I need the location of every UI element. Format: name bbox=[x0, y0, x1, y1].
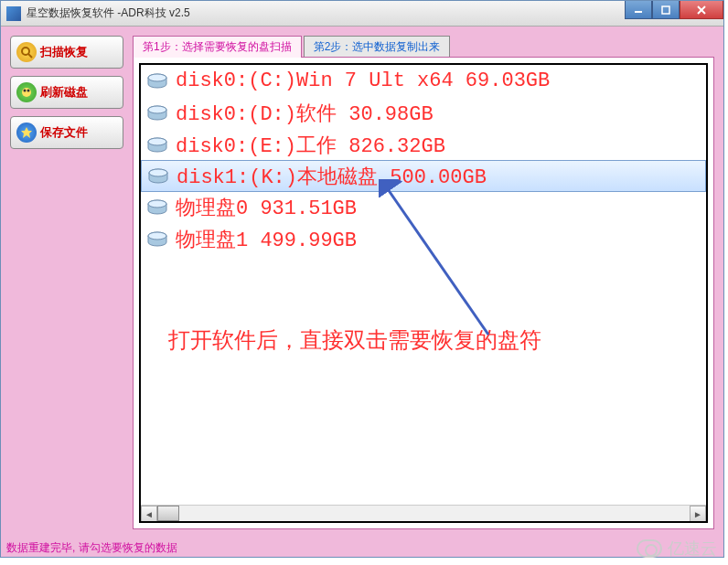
scan-recover-button[interactable]: 扫描恢复 bbox=[10, 36, 123, 69]
svg-point-13 bbox=[148, 106, 166, 113]
watermark: 亿速云 bbox=[637, 538, 717, 560]
disk-icon bbox=[146, 231, 168, 248]
close-icon bbox=[696, 5, 707, 16]
window-title: 星空数据恢复软件 -ADR科技 v2.5 bbox=[27, 5, 190, 21]
tab-step1[interactable]: 第1步：选择需要恢复的盘扫描 bbox=[133, 36, 302, 58]
svg-point-15 bbox=[148, 138, 166, 145]
refresh-label: 刷新磁盘 bbox=[40, 84, 88, 101]
disk-list-inner: disk0:(C:)Win 7 Ult x64 69.03GBdisk0:(D:… bbox=[141, 65, 706, 505]
svg-point-19 bbox=[148, 200, 166, 208]
tab-step2[interactable]: 第2步：选中数据复制出来 bbox=[304, 36, 451, 58]
save-label: 保存文件 bbox=[40, 124, 88, 141]
maximize-icon bbox=[661, 5, 670, 15]
scroll-track[interactable] bbox=[157, 506, 690, 521]
disk-icon bbox=[146, 105, 168, 122]
save-file-button[interactable]: 保存文件 bbox=[10, 116, 123, 149]
disk-item[interactable]: disk0:(D:)软件 30.98GB bbox=[141, 97, 706, 129]
app-icon bbox=[6, 6, 21, 21]
scroll-left-button[interactable]: ◄ bbox=[141, 506, 157, 522]
main-area: 第1步：选择需要恢复的盘扫描 第2步：选中数据复制出来 disk0:(C:)Wi… bbox=[133, 36, 714, 529]
svg-point-11 bbox=[148, 74, 166, 81]
maximize-button[interactable] bbox=[652, 1, 680, 19]
app-window: 星空数据恢复软件 -ADR科技 v2.5 扫描恢复 bbox=[0, 0, 724, 558]
disk-item[interactable]: 物理盘0 931.51GB bbox=[141, 191, 706, 223]
svg-point-17 bbox=[149, 169, 167, 176]
svg-point-8 bbox=[27, 90, 30, 92]
svg-line-5 bbox=[28, 54, 32, 58]
disk-item[interactable]: disk1:(K:)本地磁盘 500.00GB bbox=[141, 160, 706, 192]
tabs: 第1步：选择需要恢复的盘扫描 第2步：选中数据复制出来 bbox=[133, 36, 714, 58]
cloud-icon bbox=[637, 539, 662, 558]
close-button[interactable] bbox=[680, 1, 723, 19]
disk-item[interactable]: disk0:(C:)Win 7 Ult x64 69.03GB bbox=[141, 65, 706, 97]
svg-point-4 bbox=[22, 48, 29, 55]
disk-item[interactable]: disk0:(E:)工作 826.32GB bbox=[141, 129, 706, 161]
refresh-icon bbox=[16, 82, 37, 102]
svg-point-21 bbox=[148, 232, 166, 240]
minimize-button[interactable] bbox=[625, 1, 652, 19]
disk-label: 物理盘0 931.51GB bbox=[176, 194, 357, 221]
window-controls bbox=[625, 1, 723, 19]
disk-label: disk1:(K:)本地磁盘 500.00GB bbox=[177, 163, 487, 190]
disk-label: disk0:(C:)Win 7 Ult x64 69.03GB bbox=[176, 69, 550, 92]
disk-label: disk0:(D:)软件 30.98GB bbox=[176, 100, 434, 127]
scroll-thumb[interactable] bbox=[157, 506, 179, 521]
watermark-text: 亿速云 bbox=[668, 538, 717, 560]
sidebar: 扫描恢复 刷新磁盘 保存文件 bbox=[10, 36, 123, 529]
svg-rect-1 bbox=[662, 6, 669, 14]
svg-point-7 bbox=[24, 90, 27, 92]
svg-marker-9 bbox=[21, 127, 32, 138]
svg-point-6 bbox=[22, 88, 31, 97]
disk-icon bbox=[147, 168, 169, 185]
disk-icon bbox=[146, 199, 168, 216]
star-icon bbox=[16, 123, 37, 143]
refresh-disk-button[interactable]: 刷新磁盘 bbox=[10, 76, 123, 109]
scroll-right-button[interactable]: ► bbox=[690, 506, 706, 522]
client-area: 扫描恢复 刷新磁盘 保存文件 第1步：选择需要恢复的盘扫描 第2步：选中数据复制… bbox=[1, 27, 723, 538]
disk-icon bbox=[146, 73, 168, 90]
scan-label: 扫描恢复 bbox=[40, 44, 88, 60]
magnifier-icon bbox=[16, 42, 37, 62]
minimize-icon bbox=[634, 5, 643, 15]
annotation-text: 打开软件后，直接双击需要恢复的盘符 bbox=[168, 325, 541, 355]
titlebar: 星空数据恢复软件 -ADR科技 v2.5 bbox=[1, 1, 723, 27]
tab-panel: disk0:(C:)Win 7 Ult x64 69.03GBdisk0:(D:… bbox=[133, 57, 714, 529]
disk-item[interactable]: 物理盘1 499.99GB bbox=[141, 223, 706, 255]
status-bar: 数据重建完毕, 请勾选要恢复的数据 bbox=[1, 538, 723, 557]
disk-label: 物理盘1 499.99GB bbox=[176, 226, 357, 253]
disk-label: disk0:(E:)工作 826.32GB bbox=[176, 132, 445, 159]
horizontal-scrollbar[interactable]: ◄ ► bbox=[141, 505, 706, 521]
disk-list: disk0:(C:)Win 7 Ult x64 69.03GBdisk0:(D:… bbox=[139, 63, 708, 523]
disk-icon bbox=[146, 137, 168, 154]
